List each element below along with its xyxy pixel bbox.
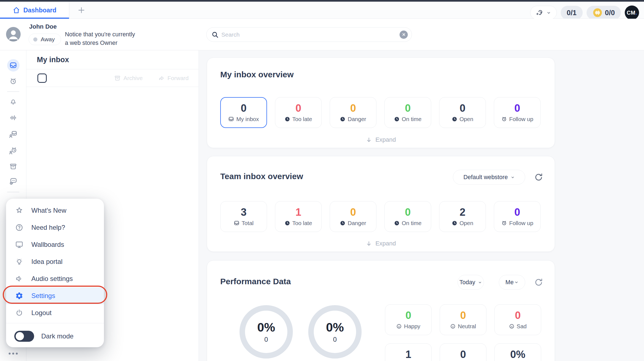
stat-value: 0	[515, 310, 521, 321]
stat-tile-neutral[interactable]: 0 Neutral	[440, 304, 486, 335]
sidebar-divider	[7, 91, 19, 92]
dark-mode-label: Dark mode	[41, 332, 73, 340]
stat-tile-sad[interactable]: 0 Sad	[494, 304, 541, 335]
sidebar-item-agent-reminders[interactable]	[9, 147, 17, 155]
stat-label: Follow up	[509, 116, 533, 122]
account-avatar[interactable]: CM.	[625, 6, 639, 20]
stat-value: 0	[350, 103, 356, 113]
team-inbox-overview-card: Team inbox overview Default webstore 3 T…	[207, 156, 555, 252]
search-clear-button[interactable]	[400, 31, 408, 39]
sidebar-more-button[interactable]	[9, 353, 18, 355]
donut-percent: 0%	[257, 320, 275, 335]
forward-icon	[158, 75, 165, 81]
stat-tile-my-inbox[interactable]: 0 My inbox	[220, 97, 267, 128]
sidebar-item-chat-offline[interactable]	[9, 177, 17, 185]
stat-tile-happy[interactable]: 0 Happy	[385, 304, 432, 335]
avatar-dot: .	[635, 10, 637, 16]
menu-item-audio-settings[interactable]: Audio settings	[6, 270, 104, 287]
stat-tile-on-time[interactable]: 0 On time	[384, 97, 431, 128]
user-avatar[interactable]	[6, 27, 21, 42]
new-tab-button[interactable]	[75, 2, 88, 19]
menu-item-idea-portal[interactable]: Idea portal	[6, 253, 104, 270]
gear-icon	[15, 292, 24, 300]
search-bar	[206, 27, 412, 42]
archive-label: Archive	[123, 75, 143, 81]
mood-tile-row: 0 Happy 0 Neutral 0 Sad	[385, 304, 541, 335]
expand-button[interactable]: Expand	[207, 136, 555, 143]
menu-item-wallboards[interactable]: Wallboards	[6, 236, 104, 253]
forward-button[interactable]: Forward	[158, 75, 189, 81]
menu-item-label: Settings	[31, 292, 55, 300]
tab-label: Dashboard	[23, 7, 56, 14]
stat-label: On time	[402, 220, 422, 226]
date-range-selector[interactable]: Today	[458, 275, 484, 290]
clock-icon	[394, 116, 400, 122]
chevron-down-icon	[478, 280, 482, 285]
card-title: Team inbox overview	[220, 172, 303, 181]
stat-tile-too-late[interactable]: 0 Too late	[275, 97, 322, 128]
menu-item-settings[interactable]: Settings	[6, 287, 104, 304]
power-icon	[15, 309, 24, 317]
refresh-button[interactable]	[533, 171, 545, 183]
stat-value: 0	[514, 207, 520, 217]
dark-mode-toggle[interactable]	[14, 331, 34, 342]
stat-value: 0	[460, 349, 466, 360]
stat-tile-replied[interactable]: 0 Replied	[440, 343, 486, 361]
webstore-selector[interactable]: Default webstore	[453, 170, 525, 185]
notice-line-1: Notice that you're currently	[65, 30, 135, 39]
stat-label: Danger	[348, 220, 366, 226]
my-inbox-overview-card: My inbox overview 0 My inbox 0 Too late …	[207, 58, 555, 148]
help-icon	[15, 223, 24, 232]
stat-tile-danger[interactable]: 0 Danger	[330, 201, 376, 232]
calls-badge[interactable]: 0/1	[561, 6, 583, 20]
clock-icon	[340, 220, 345, 226]
menu-item-whats-new[interactable]: What's New	[6, 202, 104, 219]
donut-count: 0	[333, 336, 337, 343]
sidebar-item-reminders[interactable]	[9, 77, 17, 85]
sidebar-item-team-inbox[interactable]	[9, 130, 17, 138]
stat-value: 0	[405, 310, 411, 321]
star-icon	[15, 206, 24, 215]
clock-icon	[452, 116, 457, 122]
sidebar-item-archive[interactable]	[9, 163, 17, 170]
stat-value: 0	[405, 103, 411, 113]
listening-mode-button[interactable]	[530, 6, 557, 20]
select-all-checkbox[interactable]	[37, 73, 47, 83]
dark-mode-row: Dark mode	[6, 327, 104, 345]
stat-label: Too late	[292, 220, 312, 226]
menu-item-label: Need help?	[31, 224, 65, 231]
refresh-button[interactable]	[533, 276, 545, 288]
stat-tile-archived[interactable]: 1 Archived	[385, 343, 432, 361]
menu-item-logout[interactable]: Logout	[6, 304, 104, 321]
stat-tile-follow-up[interactable]: 0 Follow up	[494, 97, 541, 128]
card-title: My inbox overview	[220, 70, 294, 79]
chevron-down-icon	[546, 10, 551, 15]
stat-tile-open[interactable]: 0 Open	[439, 97, 486, 128]
archive-button[interactable]: Archive	[114, 75, 143, 81]
stat-tile-row: 3 Total 1 Too late 0 Danger 0 On time	[220, 201, 541, 232]
agent-selector[interactable]: Me	[499, 275, 525, 290]
menu-item-need-help[interactable]: Need help?	[6, 219, 104, 236]
stat-tile-open[interactable]: 2 Open	[439, 201, 486, 232]
stat-tile-on-time-pct[interactable]: 0% On Time	[494, 343, 541, 361]
alarm-icon	[501, 220, 507, 226]
stat-tile-follow-up[interactable]: 0 Follow up	[494, 201, 541, 232]
sidebar-item-calls[interactable]	[9, 114, 17, 122]
user-name: John Doe	[29, 23, 57, 30]
status-selector[interactable]: Away	[29, 34, 61, 45]
sidebar-item-my-inbox[interactable]	[9, 61, 17, 69]
search-input[interactable]	[221, 31, 397, 38]
stat-value: 1	[405, 349, 411, 360]
stat-tile-danger[interactable]: 0 Danger	[330, 97, 376, 128]
sidebar-item-notifications[interactable]	[9, 97, 17, 105]
stat-tile-total[interactable]: 3 Total	[220, 201, 267, 232]
sad-face-icon	[509, 324, 514, 329]
tab-dashboard[interactable]: Dashboard	[0, 2, 69, 19]
stat-tile-too-late[interactable]: 1 Too late	[275, 201, 322, 232]
stat-tile-on-time[interactable]: 0 On time	[384, 201, 431, 232]
arrow-down-icon	[366, 137, 372, 143]
performance-donut-2: 0% 0	[308, 305, 362, 359]
audio-badge[interactable]: 0/0	[587, 6, 621, 20]
avatar-initials: CM	[627, 10, 635, 16]
expand-button[interactable]: Expand	[207, 240, 555, 247]
